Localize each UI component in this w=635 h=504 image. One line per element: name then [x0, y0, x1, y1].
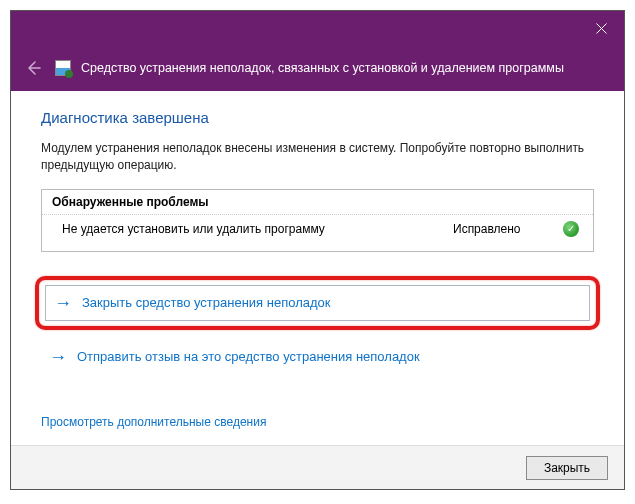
header-title: Средство устранения неполадок, связанных… [81, 61, 564, 75]
send-feedback-label: Отправить отзыв на это средство устранен… [77, 349, 420, 364]
troubleshooter-icon [55, 60, 71, 76]
problems-box: Обнаруженные проблемы Не удается установ… [41, 189, 594, 252]
close-troubleshooter-link[interactable]: → Закрыть средство устранения неполадок [45, 285, 590, 321]
more-info-link[interactable]: Просмотреть дополнительные сведения [41, 415, 594, 429]
problem-status: Исправлено [453, 222, 563, 236]
problems-header: Обнаруженные проблемы [42, 190, 593, 215]
send-feedback-link[interactable]: → Отправить отзыв на это средство устран… [45, 340, 596, 374]
back-button[interactable] [21, 56, 45, 80]
close-troubleshooter-label: Закрыть средство устранения неполадок [82, 295, 330, 310]
check-icon: ✓ [563, 221, 579, 237]
back-arrow-icon [24, 59, 42, 77]
close-icon [596, 23, 607, 34]
titlebar [11, 11, 624, 45]
arrow-right-icon: → [54, 294, 72, 312]
problem-row: Не удается установить или удалить програ… [42, 215, 593, 251]
dialog-window: Средство устранения неполадок, связанных… [10, 10, 625, 490]
window-close-button[interactable] [578, 11, 624, 45]
section-title: Диагностика завершена [41, 109, 594, 126]
problem-name: Не удается установить или удалить програ… [62, 222, 453, 236]
arrow-right-icon: → [49, 348, 67, 366]
description-text: Модулем устранения неполадок внесены изм… [41, 140, 594, 175]
close-button[interactable]: Закрыть [526, 456, 608, 480]
footer: Закрыть [11, 445, 624, 489]
sub-header: Средство устранения неполадок, связанных… [11, 45, 624, 91]
highlighted-region: → Закрыть средство устранения неполадок [35, 276, 600, 330]
content-area: Диагностика завершена Модулем устранения… [11, 91, 624, 445]
